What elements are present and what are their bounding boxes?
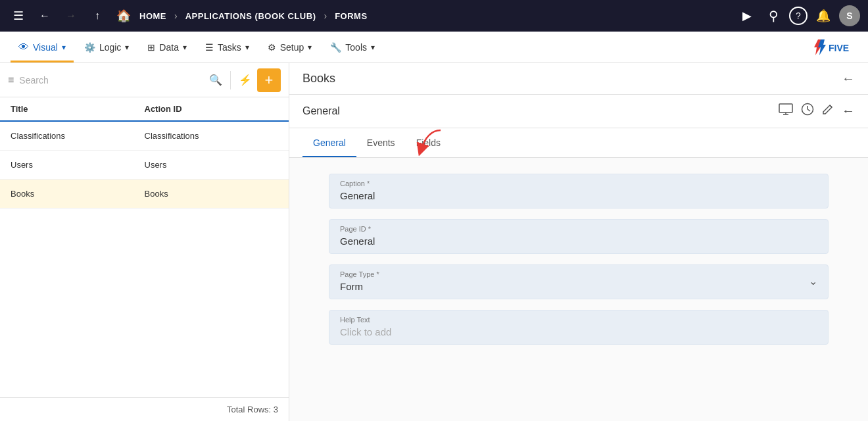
content-title: Books <box>302 72 842 86</box>
section-back-icon[interactable]: ← <box>842 103 855 118</box>
help-text-field[interactable]: Help Text Click to add <box>329 310 829 345</box>
sidebar-table: Classifications Classifications Users Us… <box>0 122 289 397</box>
setup-icon: ⚙ <box>268 42 276 53</box>
row-2-action-id: Users <box>145 160 279 170</box>
add-button[interactable]: + <box>257 68 281 92</box>
dropdown-chevron-tools: ▾ <box>371 43 375 52</box>
search-icon[interactable]: 🔍 <box>209 74 222 86</box>
hamburger-menu-icon[interactable]: ☰ <box>8 5 29 26</box>
svg-line-7 <box>830 105 832 107</box>
play-icon[interactable]: ▶ <box>736 5 758 26</box>
subnav-label-tools: Tools <box>345 42 367 53</box>
section-header: General <box>289 95 868 128</box>
current-page-label: FORMS <box>335 11 367 21</box>
breadcrumb-sep-2: › <box>324 11 327 21</box>
top-navigation: ☰ ← → ↑ 🏠 HOME › APPLICATIONS (BOOK CLUB… <box>0 0 868 32</box>
caption-field[interactable]: Caption * General <box>329 174 829 209</box>
filter-icon[interactable]: ≡ <box>8 74 14 86</box>
page-type-row: Page Type * Form ⌄ <box>340 270 817 292</box>
column-header-action-id: Action ID <box>145 104 279 114</box>
lightning-icon[interactable]: ⚡ <box>239 74 252 86</box>
subnav-label-data: Data <box>159 42 179 53</box>
forward-arrow-icon[interactable]: → <box>60 5 82 26</box>
page-type-field[interactable]: Page Type * Form ⌄ <box>329 264 829 299</box>
row-3-action-id: Books <box>145 189 279 199</box>
main-layout: ≡ 🔍 ⚡ + Title Action ID Classifications … <box>0 63 868 421</box>
table-row[interactable]: Users Users <box>0 151 289 180</box>
tab-events[interactable]: Events <box>356 128 406 157</box>
dropdown-chevron-tasks: ▾ <box>245 43 249 52</box>
subnav-item-data[interactable]: ⊞ Data ▾ <box>139 32 195 62</box>
display-icon[interactable] <box>779 103 793 118</box>
tabs-bar: General Events Fields <box>289 128 868 158</box>
page-type-dropdown-icon[interactable]: ⌄ <box>809 275 817 287</box>
page-id-field[interactable]: Page ID * General <box>329 219 829 254</box>
table-header: Title Action ID <box>0 97 289 122</box>
dropdown-chevron-visual: ▾ <box>62 43 66 52</box>
dropdown-chevron-setup: ▾ <box>308 43 312 52</box>
caption-label: Caption * <box>340 180 817 187</box>
page-type-label: Page Type * <box>340 270 379 278</box>
top-nav-actions: ▶ ⚲ ? 🔔 S <box>736 5 860 26</box>
page-id-label: Page ID * <box>340 225 817 233</box>
subnav-item-logic[interactable]: ⚙️ Logic ▾ <box>76 32 137 62</box>
tab-fields[interactable]: Fields <box>406 128 451 157</box>
row-3-title: Books <box>11 189 145 199</box>
back-arrow-icon[interactable]: ← <box>34 5 55 26</box>
bell-icon[interactable]: 🔔 <box>813 5 834 26</box>
page-type-value: Form <box>340 281 379 292</box>
search-icon[interactable]: ⚲ <box>763 5 784 26</box>
home-link[interactable]: HOME <box>139 11 166 21</box>
home-icon[interactable]: 🏠 <box>113 5 134 26</box>
subnav-item-visual[interactable]: 👁 Visual ▾ <box>11 32 74 62</box>
dropdown-chevron-logic: ▾ <box>125 43 129 52</box>
content-back-icon[interactable]: ← <box>842 71 855 86</box>
form-area: Caption * General Page ID * General Page… <box>289 158 868 421</box>
subnav-label-visual: Visual <box>33 42 58 53</box>
svg-text:FIVE: FIVE <box>829 43 849 53</box>
eye-icon: 👁 <box>18 41 29 53</box>
sidebar-footer: Total Rows: 3 <box>0 397 289 421</box>
tools-icon: 🔧 <box>330 42 341 53</box>
tasks-icon: ☰ <box>205 42 214 53</box>
svg-line-6 <box>808 109 810 111</box>
subnav-label-tasks: Tasks <box>218 42 241 53</box>
row-1-action-id: Classifications <box>145 131 279 141</box>
content-header: Books ← <box>289 63 868 95</box>
user-avatar[interactable]: S <box>839 5 860 26</box>
up-arrow-icon[interactable]: ↑ <box>87 5 108 26</box>
page-id-value: General <box>340 235 817 247</box>
caption-value: General <box>340 190 817 201</box>
table-row-active[interactable]: Books Books <box>0 180 289 209</box>
table-row[interactable]: Classifications Classifications <box>0 122 289 151</box>
app-link[interactable]: APPLICATIONS (BOOK CLUB) <box>185 11 316 21</box>
column-header-title: Title <box>11 104 145 114</box>
logic-icon: ⚙️ <box>84 42 95 53</box>
subnav-label-logic: Logic <box>99 42 121 53</box>
edit-icon[interactable] <box>822 103 834 118</box>
dropdown-chevron-data: ▾ <box>183 43 187 52</box>
total-rows-label: Total Rows: 3 <box>227 405 278 414</box>
data-icon: ⊞ <box>147 42 155 53</box>
help-icon[interactable]: ? <box>789 7 808 25</box>
sub-navigation: 👁 Visual ▾ ⚙️ Logic ▾ ⊞ Data ▾ ☰ Tasks ▾… <box>0 32 868 63</box>
clock-icon[interactable] <box>801 103 814 119</box>
help-text-label: Help Text <box>340 316 817 324</box>
tab-general[interactable]: General <box>302 128 356 157</box>
subnav-item-setup[interactable]: ⚙ Setup ▾ <box>260 32 320 62</box>
help-text-placeholder: Click to add <box>340 326 817 337</box>
subnav-item-tools[interactable]: 🔧 Tools ▾ <box>322 32 383 62</box>
svg-rect-1 <box>779 104 792 112</box>
section-actions: ← <box>779 103 855 119</box>
sidebar: ≡ 🔍 ⚡ + Title Action ID Classifications … <box>0 63 289 421</box>
row-1-title: Classifications <box>11 131 145 141</box>
sidebar-toolbar: ≡ 🔍 ⚡ + <box>0 63 289 97</box>
breadcrumb-sep-1: › <box>174 11 178 21</box>
content-area: Books ← General <box>289 63 868 421</box>
search-input[interactable] <box>19 75 204 86</box>
section-title: General <box>302 105 779 117</box>
toolbar-divider <box>230 71 231 89</box>
subnav-item-tasks[interactable]: ☰ Tasks ▾ <box>197 32 257 62</box>
five-logo: FIVE <box>805 37 857 58</box>
row-2-title: Users <box>11 160 145 170</box>
